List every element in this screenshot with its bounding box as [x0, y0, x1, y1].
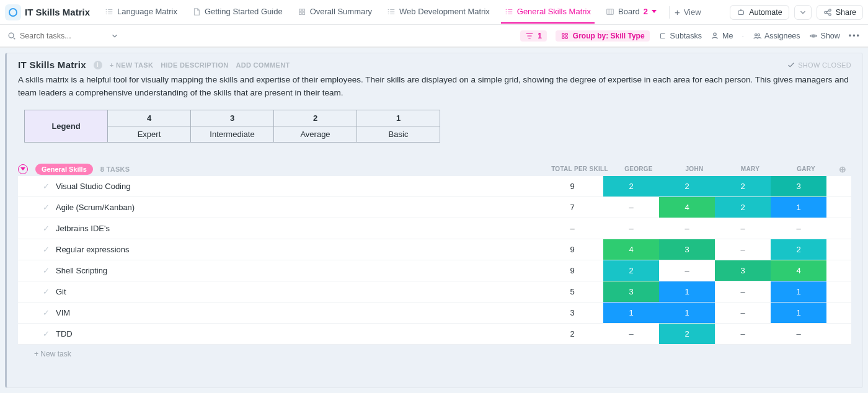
cell-spacer: [826, 218, 851, 239]
filter-icon: [525, 32, 534, 40]
cell-value[interactable]: –: [603, 218, 659, 239]
cell-value[interactable]: –: [603, 197, 659, 218]
list-icon: [387, 7, 396, 16]
check-icon: ✓: [43, 224, 50, 233]
show-closed-label: SHOW CLOSED: [798, 61, 851, 69]
user-icon: [711, 32, 719, 40]
filter-count: 1: [538, 32, 542, 40]
svg-rect-1: [738, 11, 744, 14]
workspace-title: IT Skills Matrix: [25, 7, 90, 17]
cell-value[interactable]: 1: [771, 197, 826, 218]
subtasks-button[interactable]: Subtasks: [658, 32, 702, 40]
me-label: Me: [722, 32, 733, 40]
check-icon: ✓: [43, 203, 50, 212]
cell-value[interactable]: 4: [659, 197, 715, 218]
top-tab-bar: IT Skills Matrix Language Matrix Getting…: [0, 0, 868, 25]
cell-value[interactable]: 2: [715, 197, 771, 218]
cell-value[interactable]: –: [715, 281, 771, 302]
cell-value[interactable]: 2: [715, 176, 771, 196]
task-row[interactable]: ✓Regular expressions943–2: [18, 239, 851, 260]
cell-value[interactable]: 1: [659, 281, 715, 302]
task-row[interactable]: ✓Visual Studio Coding92223: [18, 176, 851, 197]
svg-point-6: [562, 33, 564, 35]
cell-value[interactable]: 1: [771, 281, 826, 302]
chevron-down-icon[interactable]: [110, 32, 119, 40]
search-input[interactable]: [20, 32, 107, 40]
top-right-actions: Automate Share: [730, 5, 863, 20]
info-icon[interactable]: i: [94, 61, 102, 69]
check-icon: ✓: [43, 266, 50, 275]
cell-value[interactable]: 2: [659, 176, 715, 196]
tab-overall-summary[interactable]: Overall Summary: [290, 0, 379, 24]
cell-value[interactable]: 2: [603, 260, 659, 281]
cell-value[interactable]: –: [771, 218, 826, 239]
cell-value[interactable]: –: [715, 324, 771, 344]
tab-board[interactable]: Board 2: [598, 0, 664, 24]
cell-spacer: [826, 239, 851, 260]
tab-language-matrix[interactable]: Language Matrix: [97, 0, 185, 24]
svg-point-9: [565, 36, 568, 38]
check-icon: ✓: [43, 329, 50, 338]
add-column-button[interactable]: ⊕: [834, 164, 851, 174]
cell-value[interactable]: –: [659, 218, 715, 239]
task-row[interactable]: ✓Git531–1: [18, 281, 851, 302]
task-row[interactable]: ✓Agile (Scrum/Kanban)7–421: [18, 197, 851, 218]
legend-col: 2: [274, 110, 357, 126]
group-name-chip[interactable]: General Skills: [35, 164, 93, 175]
check-icon: [787, 61, 795, 69]
cell-value[interactable]: 1: [771, 302, 826, 323]
task-row[interactable]: ✓VIM311–1: [18, 302, 851, 324]
me-button[interactable]: Me: [711, 32, 733, 40]
search-box[interactable]: [7, 32, 119, 40]
show-button[interactable]: Show: [809, 32, 840, 40]
cell-value[interactable]: –: [715, 218, 771, 239]
group-collapse-toggle[interactable]: [18, 164, 28, 174]
cell-value[interactable]: –: [715, 302, 771, 323]
cell-value[interactable]: 3: [715, 260, 771, 281]
task-row[interactable]: ✓Jetbrains IDE's–––––: [18, 218, 851, 239]
task-row-left: ✓Agile (Scrum/Kanban): [18, 197, 541, 218]
divider: [669, 6, 670, 19]
cell-value[interactable]: –: [771, 324, 826, 344]
groupby-chip[interactable]: Group by: Skill Type: [556, 30, 650, 42]
hide-description-link[interactable]: HIDE DESCRIPTION: [161, 61, 228, 69]
cell-value[interactable]: 2: [603, 176, 659, 196]
task-row-left: ✓Visual Studio Coding: [18, 176, 541, 196]
share-button[interactable]: Share: [817, 5, 863, 20]
cell-value[interactable]: 3: [603, 281, 659, 302]
cell-value[interactable]: 2: [771, 239, 826, 260]
automate-dropdown[interactable]: [794, 5, 812, 20]
automate-button[interactable]: Automate: [730, 5, 789, 20]
svg-point-3: [828, 9, 831, 11]
cell-value[interactable]: 1: [659, 302, 715, 323]
tab-web-dev-matrix[interactable]: Web Development Matrix: [379, 0, 497, 24]
show-closed-toggle[interactable]: SHOW CLOSED: [787, 61, 851, 69]
task-row[interactable]: ✓Shell Scripting92–34: [18, 260, 851, 281]
tab-general-skills-matrix[interactable]: General Skills Matrix: [497, 0, 598, 24]
cell-value[interactable]: 1: [603, 302, 659, 323]
plus-icon: +: [675, 7, 680, 17]
new-task-link[interactable]: + NEW TASK: [110, 61, 153, 69]
cell-value[interactable]: 2: [659, 324, 715, 344]
check-icon: ✓: [43, 245, 50, 254]
add-view-button[interactable]: + View: [675, 7, 701, 17]
card-title: IT Skills Matrix: [18, 60, 86, 70]
svg-point-5: [9, 33, 14, 38]
add-comment-link[interactable]: ADD COMMENT: [236, 61, 290, 69]
cell-value[interactable]: –: [603, 324, 659, 344]
task-row[interactable]: ✓TDD2–2––: [18, 324, 851, 345]
cell-value[interactable]: 4: [771, 260, 826, 281]
cell-spacer: [826, 281, 851, 302]
cell-value[interactable]: 4: [603, 239, 659, 260]
cell-value[interactable]: 3: [659, 239, 715, 260]
assignees-button[interactable]: Assignees: [753, 32, 800, 40]
new-task-row[interactable]: + New task: [18, 345, 851, 358]
cell-value[interactable]: –: [715, 239, 771, 260]
filter-chip[interactable]: 1: [520, 30, 547, 42]
cell-value[interactable]: 3: [771, 176, 826, 196]
cell-value[interactable]: –: [659, 260, 715, 281]
more-icon[interactable]: •••: [849, 32, 861, 40]
card-header: IT Skills Matrix i + NEW TASK HIDE DESCR…: [18, 60, 851, 70]
group-header: General Skills 8 TASKS TOTAL PER SKILL G…: [18, 164, 851, 175]
tab-getting-started[interactable]: Getting Started Guide: [185, 0, 290, 24]
